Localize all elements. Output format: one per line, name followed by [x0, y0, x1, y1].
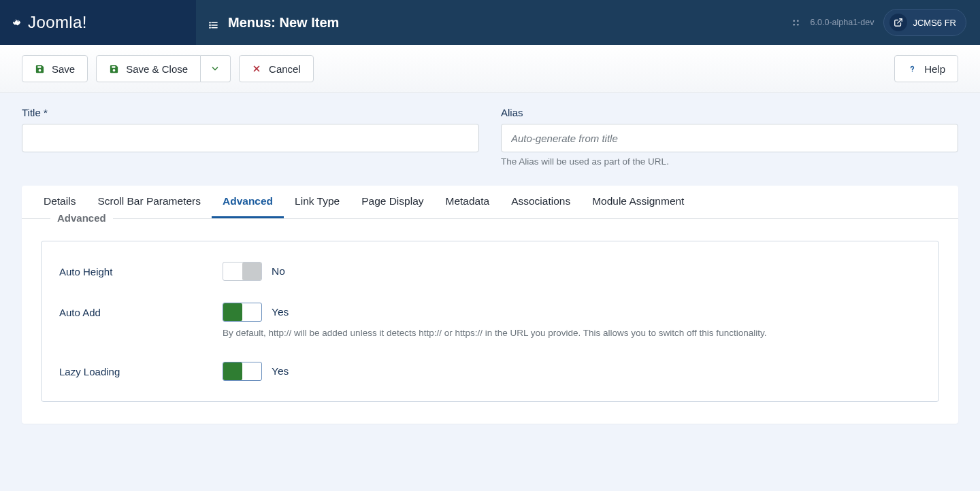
alias-input[interactable]: [501, 124, 958, 152]
tabs-card: Details Scroll Bar Parameters Advanced L…: [22, 186, 958, 424]
site-label: JCMS6 FR: [913, 18, 956, 28]
svg-point-4: [210, 24, 210, 25]
advanced-fieldset: Auto Height No Auto Add: [41, 241, 939, 402]
save-close-button[interactable]: Save & Close: [96, 55, 201, 82]
site-preview-button[interactable]: JCMS6 FR: [883, 9, 966, 36]
save-dropdown-button[interactable]: [201, 55, 231, 82]
auto-add-label: Auto Add: [59, 303, 223, 318]
tab-content-advanced: Advanced Auto Height No Auto Add: [22, 219, 958, 424]
save-label: Save: [52, 63, 75, 75]
svg-point-8: [793, 23, 795, 25]
logo-area[interactable]: Joomla!: [0, 0, 196, 45]
help-button[interactable]: Help: [894, 55, 958, 82]
question-icon: [907, 64, 917, 74]
save-close-label: Save & Close: [126, 63, 188, 75]
svg-point-9: [797, 23, 799, 25]
main: Title * Alias The Alias will be used as …: [0, 93, 980, 437]
option-auto-height: Auto Height No: [59, 262, 921, 281]
lazy-loading-label: Lazy Loading: [59, 362, 223, 377]
lazy-loading-toggle[interactable]: [223, 362, 262, 381]
cancel-label: Cancel: [269, 63, 301, 75]
title-alias-row: Title * Alias The Alias will be used as …: [22, 107, 958, 167]
auto-add-value: Yes: [272, 306, 289, 318]
svg-point-6: [793, 20, 795, 22]
toolbar-left: Save Save & Close Cancel: [22, 55, 314, 82]
list-icon: [208, 18, 218, 28]
svg-point-3: [210, 22, 210, 22]
page-title: Menus: New Item: [228, 15, 339, 31]
brand-text: Joomla!: [28, 13, 87, 32]
toolbar-right: Help: [894, 55, 958, 82]
option-auto-add: Auto Add Yes By default, http:// will be…: [59, 303, 921, 340]
tab-metadata[interactable]: Metadata: [435, 186, 501, 218]
header-right: 6.0.0-alpha1-dev JCMS6 FR: [777, 9, 980, 36]
toolbar: Save Save & Close Cancel: [0, 45, 980, 93]
close-icon: [252, 64, 262, 74]
svg-point-5: [210, 27, 210, 28]
fieldset-legend: Advanced: [50, 212, 113, 224]
external-link-icon: [889, 14, 907, 31]
cancel-button[interactable]: Cancel: [239, 55, 314, 82]
svg-line-10: [898, 19, 902, 23]
joomla-mini-icon: [791, 18, 801, 28]
svg-point-7: [797, 20, 799, 22]
alias-field-col: Alias The Alias will be used as part of …: [501, 107, 958, 167]
save-close-group: Save & Close: [96, 55, 231, 82]
title-label: Title *: [22, 107, 479, 118]
tab-link-type[interactable]: Link Type: [284, 186, 350, 218]
chevron-down-icon: [210, 64, 220, 74]
save-icon: [109, 64, 119, 74]
title-area: Menus: New Item: [196, 15, 777, 31]
header: Joomla! Menus: New Item 6.0.0-alpha1-dev…: [0, 0, 980, 45]
auto-height-label: Auto Height: [59, 262, 223, 277]
auto-height-value: No: [272, 265, 285, 277]
auto-height-toggle[interactable]: [223, 262, 262, 281]
lazy-loading-value: Yes: [272, 365, 289, 377]
help-label: Help: [924, 63, 945, 75]
tab-module-assignment[interactable]: Module Assignment: [581, 186, 695, 218]
joomla-logo-icon: [12, 18, 22, 28]
alias-label: Alias: [501, 107, 958, 118]
tab-bar: Details Scroll Bar Parameters Advanced L…: [22, 186, 958, 219]
auto-add-desc: By default, http:// will be added unless…: [223, 327, 921, 340]
save-icon: [35, 64, 45, 74]
alias-hint: The Alias will be used as part of the UR…: [501, 156, 958, 167]
option-lazy-loading: Lazy Loading Yes: [59, 362, 921, 381]
tab-page-display[interactable]: Page Display: [350, 186, 434, 218]
tab-associations[interactable]: Associations: [500, 186, 581, 218]
version-text: 6.0.0-alpha1-dev: [811, 18, 875, 27]
title-field-col: Title *: [22, 107, 479, 167]
save-button[interactable]: Save: [22, 55, 88, 82]
tab-advanced[interactable]: Advanced: [212, 186, 284, 218]
title-input[interactable]: [22, 124, 479, 152]
auto-add-toggle[interactable]: [223, 303, 262, 322]
